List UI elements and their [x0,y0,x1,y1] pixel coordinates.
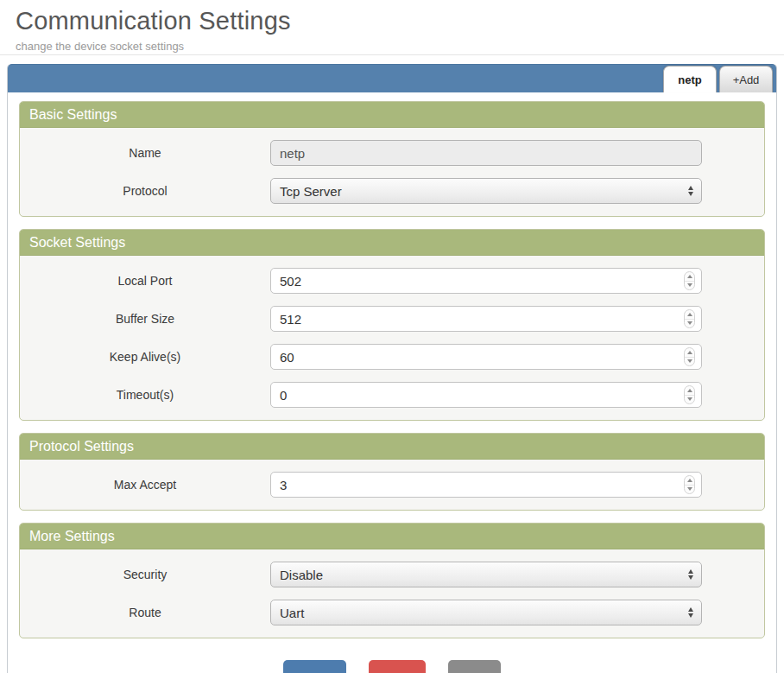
route-select[interactable]: Uart [270,600,702,625]
security-select[interactable]: Disable [270,562,702,587]
spinner-up-icon[interactable] [685,476,694,486]
page-header: Communication Settings change the device… [0,0,784,55]
keep-alive-label: Keep Alive(s) [20,350,270,364]
select-arrows-icon [688,186,693,196]
form-row-name: Name [20,134,764,172]
buffer-size-input[interactable] [270,306,702,332]
danger-action-button[interactable] [369,660,426,673]
route-label: Route [20,606,270,619]
local-port-input[interactable] [270,268,702,294]
footer-actions [19,660,765,673]
route-select-value: Uart [280,606,304,620]
spinner-down-icon[interactable] [685,358,694,366]
section-basic-settings: Basic Settings Name Protocol Tcp Server [19,101,765,217]
protocol-label: Protocol [20,184,270,198]
section-socket-settings-title: Socket Settings [20,230,764,256]
number-spinner[interactable] [684,347,695,366]
tab-bar: netp +Add [8,64,776,92]
spinner-up-icon[interactable] [685,348,694,358]
keep-alive-input[interactable] [270,344,702,370]
primary-action-button[interactable] [283,660,346,673]
number-spinner[interactable] [684,309,695,328]
timeout-input[interactable] [270,382,702,408]
panel-body: Basic Settings Name Protocol Tcp Server [8,92,776,673]
form-row-max-accept: Max Accept [20,466,764,504]
section-socket-settings: Socket Settings Local Port Buffer Size [19,229,765,421]
spinner-up-icon[interactable] [685,272,694,282]
page-subtitle: change the device socket settings [16,40,768,53]
tab-netp-label: netp [678,73,701,86]
timeout-label: Timeout(s) [20,388,270,402]
protocol-select[interactable]: Tcp Server [270,178,702,204]
settings-panel: netp +Add Basic Settings Name Protocol [7,64,777,673]
form-row-keep-alive: Keep Alive(s) [20,338,764,376]
spinner-down-icon[interactable] [685,282,694,290]
section-more-settings-title: More Settings [20,524,764,549]
security-label: Security [20,568,270,581]
form-row-timeout: Timeout(s) [20,376,764,414]
form-row-security: Security Disable [20,556,764,594]
protocol-select-value: Tcp Server [280,184,342,199]
section-basic-settings-title: Basic Settings [20,102,764,128]
tab-strip: netp +Add [663,66,773,92]
name-label: Name [20,146,270,160]
section-more-settings: More Settings Security Disable Route [19,523,765,638]
select-arrows-icon [688,607,693,618]
section-protocol-settings-title: Protocol Settings [20,434,764,460]
form-row-local-port: Local Port [20,262,764,300]
spinner-down-icon[interactable] [685,396,694,404]
tab-add[interactable]: +Add [719,66,773,92]
spinner-down-icon[interactable] [685,320,694,328]
select-arrows-icon [688,569,693,580]
form-row-route: Route Uart [20,594,764,632]
max-accept-input[interactable] [270,472,702,498]
tab-add-label: +Add [733,73,760,86]
secondary-action-button[interactable] [448,660,501,673]
buffer-size-label: Buffer Size [20,312,270,326]
tab-netp[interactable]: netp [663,66,717,92]
max-accept-label: Max Accept [20,478,270,492]
spinner-up-icon[interactable] [685,310,694,320]
number-spinner[interactable] [684,475,695,494]
page-title: Communication Settings [16,7,768,35]
section-protocol-settings: Protocol Settings Max Accept [19,433,765,511]
form-row-buffer-size: Buffer Size [20,300,764,338]
name-input[interactable] [270,140,702,166]
spinner-up-icon[interactable] [685,386,694,396]
number-spinner[interactable] [684,385,695,404]
form-row-protocol: Protocol Tcp Server [20,172,764,210]
number-spinner[interactable] [684,271,695,290]
local-port-label: Local Port [20,274,270,288]
security-select-value: Disable [280,568,323,582]
spinner-down-icon[interactable] [685,486,694,494]
